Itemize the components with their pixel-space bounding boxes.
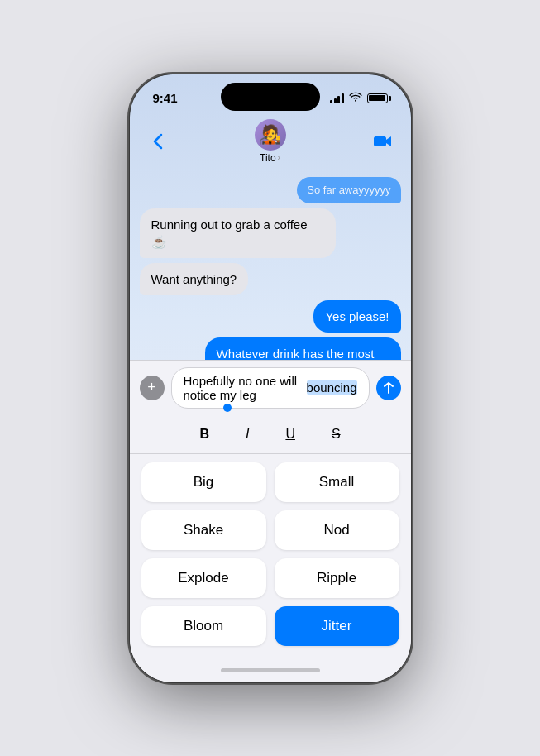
phone-frame: 9:41 xyxy=(130,74,411,682)
battery-icon xyxy=(367,93,388,103)
format-toolbar: B I U S xyxy=(130,415,411,454)
effect-ripple-button[interactable]: Ripple xyxy=(275,558,399,598)
avatar: 🧑‍🎤 xyxy=(255,119,286,151)
message-outgoing-1: So far awayyyyyy xyxy=(297,177,400,203)
dynamic-island xyxy=(221,83,320,111)
status-time: 9:41 xyxy=(153,91,178,105)
effect-big-button[interactable]: Big xyxy=(141,462,266,502)
signal-icon xyxy=(330,93,344,103)
add-attachment-button[interactable]: + xyxy=(140,376,165,400)
message-incoming-1: Running out to grab a coffee ☕ xyxy=(140,208,336,258)
effect-small-button[interactable]: Small xyxy=(275,462,399,502)
message-input[interactable]: Hopefully no one will notice my leg boun… xyxy=(171,367,370,409)
input-area: + Hopefully no one will notice my leg bo… xyxy=(130,360,411,415)
format-bold-button[interactable]: B xyxy=(193,423,216,445)
contact-info[interactable]: 🧑‍🎤 Tito › xyxy=(255,119,286,164)
message-incoming-2: Want anything? xyxy=(140,263,249,295)
input-selected-text: bouncing xyxy=(307,380,357,395)
message-outgoing-3: Whatever drink has the most caffeine 🤫 xyxy=(205,337,401,360)
svg-rect-0 xyxy=(374,136,386,146)
effect-nod-button[interactable]: Nod xyxy=(275,510,399,550)
format-strikethrough-button[interactable]: S xyxy=(325,423,347,445)
video-call-button[interactable] xyxy=(368,127,398,156)
send-button[interactable] xyxy=(376,376,401,400)
message-outgoing-2: Yes please! xyxy=(313,300,400,333)
format-italic-button[interactable]: I xyxy=(239,423,256,445)
messages-area: So far awayyyyyy Running out to grab a c… xyxy=(130,170,411,360)
cursor-handle xyxy=(223,404,232,412)
contact-name: Tito › xyxy=(260,152,280,164)
status-icons xyxy=(330,92,388,104)
effect-bloom-button[interactable]: Bloom xyxy=(141,606,266,646)
format-underline-button[interactable]: U xyxy=(279,423,302,445)
home-bar xyxy=(221,668,320,672)
screen: 9:41 xyxy=(130,74,411,682)
effect-shake-button[interactable]: Shake xyxy=(141,510,266,550)
home-indicator xyxy=(130,659,411,682)
nav-bar: 🧑‍🎤 Tito › xyxy=(130,114,411,170)
back-button[interactable] xyxy=(143,127,173,156)
input-text-before: Hopefully no one will notice my leg xyxy=(184,374,307,402)
wifi-icon xyxy=(349,92,362,104)
effect-jitter-button[interactable]: Jitter xyxy=(275,606,399,646)
effects-grid: Big Small Shake Nod Explode Ripple Bloom… xyxy=(130,454,411,659)
effect-explode-button[interactable]: Explode xyxy=(141,558,266,598)
